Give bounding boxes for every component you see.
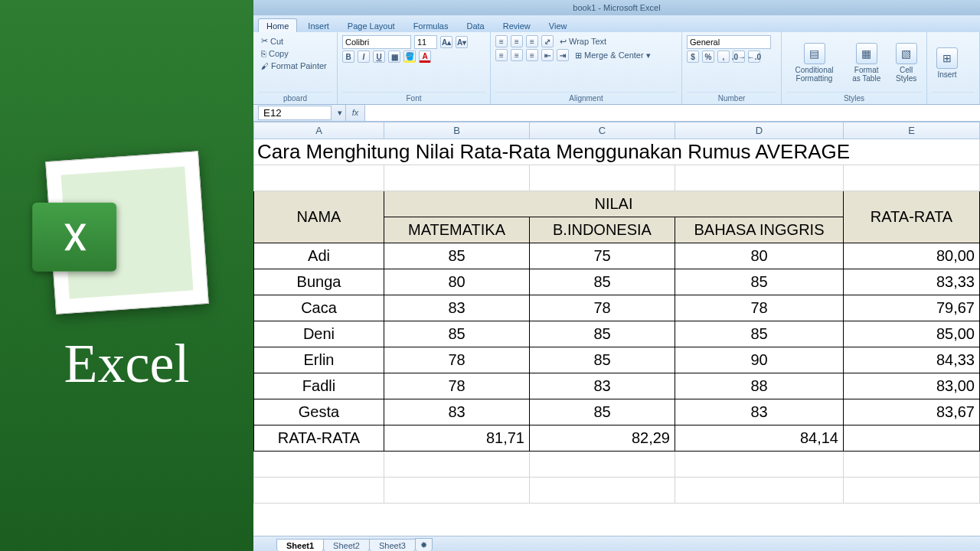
ribbon-tab-review[interactable]: Review — [495, 19, 538, 32]
group-label: Styles — [786, 92, 922, 103]
thumbnail-overlay: Excel — [0, 0, 253, 551]
format-as-table-button[interactable]: ▦Format as Table — [845, 41, 887, 84]
cell-styles-button[interactable]: ▧Cell Styles — [890, 41, 922, 84]
subheader-indonesia[interactable]: B.INDONESIA — [530, 217, 675, 243]
copy-icon — [261, 49, 266, 58]
sheet-tab-3[interactable]: Sheet3 — [369, 539, 416, 551]
col-header-b[interactable]: B — [384, 122, 530, 139]
header-rata[interactable]: RATA-RATA — [844, 191, 980, 243]
sheet-tab-bar: Sheet1 Sheet2 Sheet3 ✸ — [253, 536, 980, 551]
col-header-e[interactable]: E — [844, 122, 980, 139]
comma-button[interactable]: , — [717, 51, 730, 63]
insert-cells-button[interactable]: ⊞Insert — [932, 46, 962, 80]
ribbon-tab-data[interactable]: Data — [459, 19, 492, 32]
percent-button[interactable]: % — [702, 51, 714, 63]
decrease-decimal-button[interactable]: ←.0 — [748, 51, 760, 63]
fill-color-button[interactable]: 🪣 — [403, 51, 416, 63]
underline-button[interactable]: U — [373, 51, 385, 63]
excel-logo-icon — [45, 151, 208, 314]
subheader-matematika[interactable]: MATEMATIKA — [384, 217, 530, 243]
align-left-button[interactable]: ≡ — [495, 49, 508, 61]
window-title-bar: book1 - Microsoft Excel — [253, 0, 980, 15]
ribbon-tab-view[interactable]: View — [541, 19, 575, 32]
font-name-selector[interactable] — [342, 35, 411, 49]
increase-decimal-button[interactable]: .0→ — [733, 51, 745, 63]
copy-button[interactable]: Copy — [258, 48, 292, 59]
conditional-formatting-button[interactable]: ▤Conditional Formatting — [786, 41, 842, 84]
align-bottom-button[interactable]: ≡ — [526, 35, 538, 47]
group-cells: ⊞Insert — [927, 32, 980, 104]
currency-button[interactable]: $ — [687, 51, 699, 63]
font-size-selector[interactable] — [414, 35, 437, 49]
decrease-indent-button[interactable]: ⇤ — [541, 49, 554, 61]
name-box[interactable] — [258, 106, 332, 120]
insert-icon: ⊞ — [936, 47, 958, 69]
table-footer-row: RATA-RATA 81,71 82,29 84,14 — [254, 425, 980, 452]
merge-icon: ⊞ — [575, 51, 582, 60]
worksheet-area[interactable]: A B C D E Cara Menghitung Nilai Rata-Rat… — [253, 122, 980, 536]
col-header-a[interactable]: A — [254, 122, 384, 139]
orientation-button[interactable]: ⤢ — [541, 35, 554, 47]
col-header-c[interactable]: C — [530, 122, 675, 139]
format-painter-button[interactable]: Format Painter — [258, 60, 330, 71]
name-box-dropdown-icon[interactable]: ▾ — [335, 108, 345, 118]
ribbon-tab-page-layout[interactable]: Page Layout — [340, 19, 403, 32]
table-row: Deni85858585,00 — [254, 321, 980, 347]
table-row: Erlin78859084,33 — [254, 347, 980, 373]
spreadsheet-grid: A B C D E Cara Menghitung Nilai Rata-Rat… — [253, 122, 980, 504]
fx-icon[interactable]: fx — [345, 105, 365, 121]
ribbon-tab-home[interactable]: Home — [258, 18, 297, 32]
ribbon-tab-formulas[interactable]: Formulas — [406, 19, 456, 32]
align-right-button[interactable]: ≡ — [526, 49, 538, 61]
subheader-inggris[interactable]: BAHASA INGGRIS — [675, 217, 844, 243]
align-top-button[interactable]: ≡ — [495, 35, 508, 47]
number-format-selector[interactable] — [687, 35, 771, 49]
table-row: Adi85758080,00 — [254, 243, 980, 269]
sheet-title-cell[interactable]: Cara Menghitung Nilai Rata-Rata Mengguna… — [254, 139, 980, 165]
group-label: pboard — [258, 92, 332, 103]
brush-icon — [261, 61, 269, 70]
align-middle-button[interactable]: ≡ — [511, 35, 523, 47]
ribbon-tab-insert[interactable]: Insert — [300, 19, 337, 32]
align-center-button[interactable]: ≡ — [511, 49, 523, 61]
ribbon-tab-strip: Home Insert Page Layout Formulas Data Re… — [253, 15, 980, 32]
wrap-icon: ↩ — [560, 37, 567, 47]
merge-center-button[interactable]: ⊞Merge & Center ▾ — [572, 50, 654, 61]
cut-button[interactable]: Cut — [258, 35, 286, 47]
col-header-d[interactable]: D — [675, 122, 844, 139]
footer-label[interactable]: RATA-RATA — [254, 425, 384, 452]
table-row: Caca83787879,67 — [254, 295, 980, 321]
table-row: Bunga80858583,33 — [254, 269, 980, 295]
header-nilai[interactable]: NILAI — [384, 191, 844, 217]
increase-indent-button[interactable]: ⇥ — [557, 49, 569, 61]
sheet-tab-1[interactable]: Sheet1 — [276, 539, 324, 551]
header-nama[interactable]: NAMA — [254, 191, 384, 243]
font-color-button[interactable]: A — [419, 51, 431, 63]
column-headers: A B C D E — [254, 122, 980, 139]
table-row: Fadli78838883,00 — [254, 373, 980, 399]
group-number: $ % , .0→ ←.0 Number — [682, 32, 782, 104]
group-clipboard: Cut Copy Format Painter pboard — [253, 32, 338, 104]
excel-window: book1 - Microsoft Excel Home Insert Page… — [253, 0, 980, 551]
borders-button[interactable]: ▦ — [388, 51, 400, 63]
new-sheet-button[interactable]: ✸ — [415, 538, 433, 551]
group-label: Number — [687, 92, 776, 103]
overlay-caption: Excel — [64, 332, 190, 396]
sheet-tab-2[interactable]: Sheet2 — [323, 539, 370, 551]
scissors-icon — [261, 36, 268, 46]
group-label: Alignment — [495, 92, 677, 103]
group-label — [932, 92, 975, 103]
bold-button[interactable]: B — [342, 51, 354, 63]
ribbon: Cut Copy Format Painter pboard A▴ A▾ B I… — [253, 32, 980, 105]
group-styles: ▤Conditional Formatting ▦Format as Table… — [782, 32, 927, 104]
formula-bar: ▾ fx — [253, 105, 980, 122]
shrink-font-button[interactable]: A▾ — [456, 36, 468, 48]
grow-font-button[interactable]: A▴ — [440, 36, 452, 48]
table-row: Gesta83858383,67 — [254, 399, 980, 425]
formula-input[interactable] — [365, 105, 980, 121]
wrap-text-button[interactable]: ↩Wrap Text — [557, 36, 609, 47]
cf-icon: ▤ — [804, 43, 825, 64]
group-font: A▴ A▾ B I U ▦ 🪣 A Font — [338, 32, 491, 104]
italic-button[interactable]: I — [358, 51, 370, 63]
group-label: Font — [342, 92, 485, 103]
